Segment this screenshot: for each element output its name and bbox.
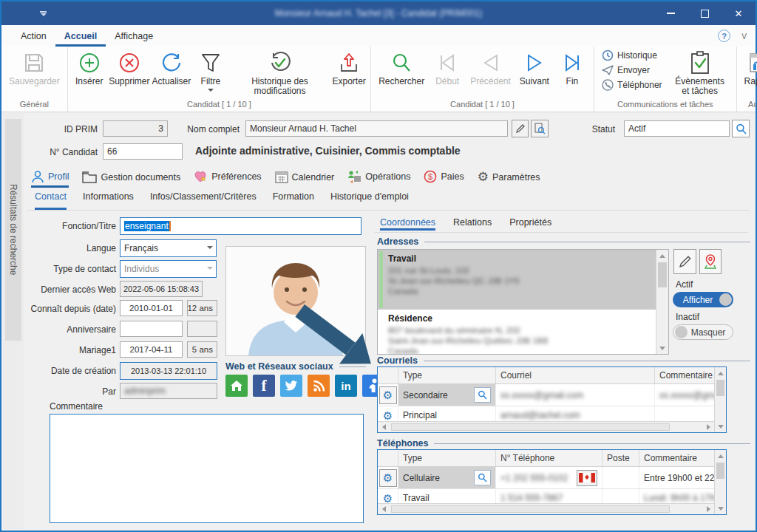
tab-parametres[interactable]: ⚙ Paramètres	[478, 171, 540, 188]
collapse-ribbon-icon[interactable]: ᐯ	[741, 33, 747, 41]
map-address-button[interactable]	[699, 249, 722, 274]
minimize-button[interactable]	[654, 1, 688, 25]
tab-profil[interactable]: Profil	[31, 170, 69, 188]
courriels-hscrollbar[interactable]	[378, 421, 714, 432]
precedent-button[interactable]: Précédent	[466, 48, 515, 89]
maximize-button[interactable]	[688, 1, 722, 25]
address-list[interactable]: Travail 201 rue St-Louis, 102 St-Jean-su…	[377, 249, 669, 355]
exporter-button[interactable]: Exporter	[330, 48, 367, 89]
inserer-button[interactable]: Insérer	[71, 48, 108, 89]
country-flag-button[interactable]	[577, 470, 597, 486]
edit-name-button[interactable]	[512, 120, 529, 137]
filtre-button[interactable]: Filtre	[192, 48, 229, 94]
window-title: Monsieur Arnaud H. Tachel [3] - Candidat…	[1, 8, 756, 18]
subtab-historique-emploi[interactable]: Historique d'emploi	[330, 191, 409, 210]
email-settings-button[interactable]: ⚙	[379, 386, 397, 404]
tab-coordonnees[interactable]: Coordonnées	[380, 217, 435, 231]
subtab-formation[interactable]: Formation	[273, 191, 314, 210]
rapport-button[interactable]: Rapport	[740, 48, 757, 94]
tel-col-numero[interactable]: N° Téléphone	[496, 450, 602, 466]
nom-complet-field[interactable]: Monsieur Arnaud H. Tachel	[245, 120, 508, 137]
telephones-vscrollbar[interactable]	[714, 450, 726, 514]
tab-affichage[interactable]: Affichage	[106, 27, 162, 47]
courriels-vscrollbar[interactable]	[714, 367, 726, 432]
actif-label: Actif	[676, 279, 693, 290]
help-icon[interactable]: ?	[718, 30, 730, 42]
courriel-row-secondaire[interactable]: ⚙ Secondaire xx.xxxxx@gmail.com xx.xxxxx…	[378, 384, 714, 406]
sauvegarder-button[interactable]: Sauvegarder	[4, 48, 64, 89]
no-candidat-field[interactable]: 66	[103, 143, 183, 160]
tab-gestion-documents[interactable]: Gestion documents	[82, 171, 180, 188]
tab-paies[interactable]: $ Paies	[424, 170, 464, 188]
group-label-autres: Autres	[740, 99, 757, 112]
pencil-icon	[515, 123, 526, 134]
telephones-hscrollbar[interactable]	[378, 503, 714, 514]
commentaire-textarea[interactable]	[50, 414, 364, 523]
id-prim-label: ID PRIM	[24, 124, 98, 134]
tel-col-commentaire[interactable]: Commentaire	[639, 450, 714, 466]
delete-icon	[118, 50, 140, 75]
email-search-button[interactable]	[474, 387, 491, 403]
tab-relations[interactable]: Relations	[453, 217, 492, 231]
person-icon	[31, 170, 44, 183]
phone-settings-button[interactable]: ⚙	[379, 469, 397, 487]
par-label: Par	[20, 386, 116, 397]
type-contact-select[interactable]: Individus	[120, 260, 217, 278]
mariage-input[interactable]: 2017-04-11	[120, 341, 183, 358]
tab-accueil[interactable]: Accueil	[55, 27, 106, 47]
subtab-infos-classement[interactable]: Infos/Classement/Critères	[150, 191, 257, 210]
facebook-icon[interactable]: f	[253, 375, 275, 397]
afficher-toggle[interactable]: Afficher	[673, 292, 733, 307]
linkedin-icon[interactable]: in	[335, 375, 357, 397]
anniversaire-input[interactable]	[120, 321, 183, 337]
courriels-col-commentaire[interactable]: Commentaire	[655, 367, 714, 383]
twitter-icon[interactable]	[280, 375, 302, 397]
tab-calendrier[interactable]: Calendrier	[275, 171, 335, 188]
tab-operations[interactable]: Opérations	[347, 170, 410, 188]
langue-select[interactable]: Français	[120, 239, 217, 257]
tel-col-type[interactable]: Type	[398, 450, 496, 466]
preview-name-button[interactable]	[531, 120, 549, 137]
fonction-input[interactable]: enseignant	[120, 217, 361, 235]
sidebar-tab-resultats[interactable]: Résultats de recherche	[5, 119, 21, 341]
debut-button[interactable]: Début	[429, 48, 466, 89]
telephone-row-cellulaire[interactable]: ⚙ Cellulaire +1 202 555-0102 Entre 19h00…	[378, 467, 714, 489]
minimize-icon	[667, 13, 675, 14]
statut-search-button[interactable]	[732, 120, 750, 137]
historique-modifications-button[interactable]: Historique des modifications	[229, 48, 330, 98]
courriels-col-courriel[interactable]: Courriel	[496, 367, 655, 383]
actualiser-button[interactable]: Actualiser	[151, 48, 192, 89]
address-list-scrollbar[interactable]	[656, 250, 668, 354]
folder-icon	[82, 171, 97, 183]
connait-depuis-input[interactable]: 2010-01-01	[120, 300, 183, 316]
tel-col-poste[interactable]: Poste	[602, 450, 639, 466]
fin-button[interactable]: Fin	[554, 48, 591, 89]
historique-button[interactable]: Historique	[602, 50, 662, 61]
address-item-residence[interactable]: Résidence 807 boulevard du séminaire N, …	[378, 310, 656, 355]
quick-access-toolbar-icon[interactable]	[40, 11, 47, 16]
masquer-toggle[interactable]: Masquer	[673, 324, 733, 340]
address-item-travail[interactable]: Travail 201 rue St-Louis, 102 St-Jean-su…	[378, 250, 656, 310]
type-contact-label: Type de contact	[20, 264, 116, 274]
telephoner-button[interactable]: Téléphoner	[602, 79, 662, 91]
website-home-icon[interactable]	[225, 375, 248, 397]
statut-field[interactable]: Actif	[624, 120, 730, 137]
courriels-col-type[interactable]: Type	[398, 367, 496, 383]
group-label-candidat-nav: Candidat [ 1 / 10 ]	[374, 99, 591, 112]
tab-preferences[interactable]: Préférences	[194, 170, 261, 188]
envoyer-button[interactable]: Envoyer	[602, 64, 662, 76]
rechercher-button[interactable]: Rechercher	[374, 48, 429, 89]
edit-address-button[interactable]	[673, 249, 696, 274]
subtab-contact[interactable]: Contact	[35, 191, 67, 210]
chevron-down-icon	[207, 246, 213, 249]
subtab-informations[interactable]: Informations	[83, 191, 134, 210]
phone-search-button[interactable]	[474, 470, 491, 485]
suivant-button[interactable]: Suivant	[515, 48, 554, 89]
close-button[interactable]: ✕	[722, 1, 756, 25]
tab-action[interactable]: Action	[12, 27, 55, 47]
supprimer-button[interactable]: Supprimer	[108, 48, 151, 89]
langue-label: Langue	[20, 243, 116, 253]
tab-proprietes[interactable]: Propriétés	[509, 217, 551, 231]
evenements-taches-button[interactable]: Évènements et tâches	[667, 48, 733, 98]
rss-icon[interactable]	[308, 375, 330, 397]
